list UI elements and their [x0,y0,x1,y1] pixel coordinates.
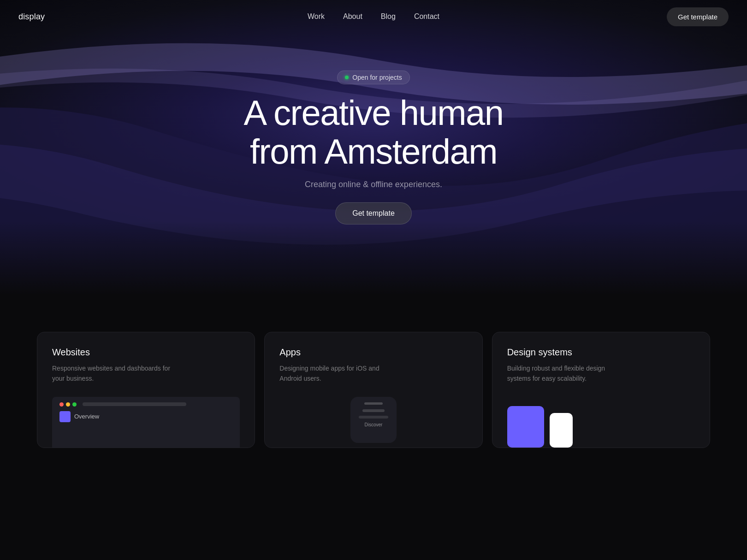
card-apps-desc: Designing mobile apps for iOS and Androi… [279,363,399,384]
mockup-traffic-lights [59,402,232,407]
card-apps-mockup: Discover [279,397,467,448]
card-apps-title: Apps [279,347,467,358]
navbar: display Work About Blog Contact Get temp… [0,0,747,33]
card-websites-title: Websites [52,347,240,358]
traffic-light-red [59,402,64,407]
mockup-nav-item: Overview [59,411,232,422]
cards-section: Websites Responsive websites and dashboa… [0,295,747,476]
hero-subtitle: Creating online & offline experiences. [305,180,442,189]
card-apps: Apps Designing mobile apps for iOS and A… [264,332,482,448]
traffic-light-green [72,402,77,407]
design-system-white-block [550,413,573,448]
phone-discover-label: Discover [355,422,392,427]
card-design-systems: Design systems Building robust and flexi… [492,332,710,448]
phone-notch [364,402,383,405]
nav-link-work[interactable]: Work [308,12,325,20]
status-badge-text: Open for projects [352,74,402,81]
phone-mockup: Discover [350,397,397,443]
card-websites: Websites Responsive websites and dashboa… [37,332,255,448]
card-design-systems-mockup [507,397,695,448]
nav-links: Work About Blog Contact [308,12,439,21]
card-design-systems-title: Design systems [507,347,695,358]
card-design-systems-desc: Building robust and flexible design syst… [507,363,627,384]
card-websites-desc: Responsive websites and dashboards for y… [52,363,172,384]
nav-link-about[interactable]: About [343,12,362,20]
traffic-light-yellow [66,402,70,407]
hero-content: Open for projects A creative human from … [244,71,504,224]
nav-link-contact[interactable]: Contact [414,12,439,20]
hero-section: Open for projects A creative human from … [0,0,747,295]
hero-title-line1: A creative human [244,93,504,132]
status-dot-icon [345,76,349,79]
hero-title-line2: from Amsterdam [250,132,497,171]
hero-title: A creative human from Amsterdam [244,94,504,171]
mockup-overview-label: Overview [74,413,99,420]
status-badge: Open for projects [337,71,409,84]
hero-cta-button[interactable]: Get template [335,202,412,224]
phone-bar2 [359,416,388,419]
nav-cta-button[interactable]: Get template [667,7,729,26]
mockup-icon [59,411,71,422]
card-websites-mockup: Overview [52,397,240,448]
phone-bar1 [362,409,385,412]
site-logo[interactable]: display [18,12,45,22]
nav-link-blog[interactable]: Blog [381,12,396,20]
mockup-address-bar [83,402,186,406]
design-system-purple-block [507,406,544,448]
